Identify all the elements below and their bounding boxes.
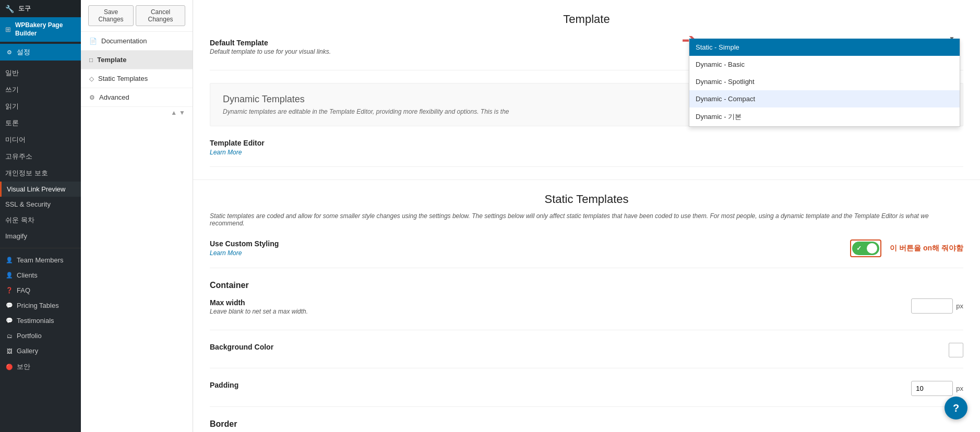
- sidebar-item-discussion[interactable]: 토론: [0, 115, 81, 131]
- sidebar-item-settings[interactable]: ⚙ 설정: [0, 44, 81, 61]
- static-label: Static Templates: [98, 75, 148, 82]
- static-templates-desc: Static templates are coded and allow for…: [210, 212, 963, 227]
- padding-control: px: [911, 381, 963, 396]
- padding-info: Padding: [210, 381, 903, 390]
- dropdown-option-4[interactable]: Dynamic - 기본: [689, 107, 960, 126]
- max-width-info: Max width Leave blank to net set a max w…: [210, 298, 903, 319]
- toggle-check-icon: ✓: [856, 245, 862, 252]
- help-button[interactable]: ?: [945, 397, 967, 419]
- max-width-label: Max width: [210, 298, 903, 307]
- scroll-up-arrow[interactable]: ▲: [171, 109, 177, 116]
- sidebar-item-clients[interactable]: 👤 Clients: [0, 268, 81, 283]
- sidebar-item-portfolio[interactable]: 🗂 Portfolio: [0, 328, 81, 343]
- main-inner: Template Default Template Default templa…: [193, 0, 980, 432]
- max-width-desc: Leave blank to net set a max width.: [210, 308, 903, 315]
- border-title: Border: [210, 419, 963, 429]
- custom-styling-toggle[interactable]: ✓: [852, 242, 879, 255]
- toggle-red-box: ✓: [850, 239, 881, 257]
- template-editor-learn-more[interactable]: Learn More: [210, 149, 242, 156]
- sidebar-item-imagify[interactable]: Imagify: [0, 229, 81, 244]
- bg-color-info: Background Color: [210, 343, 940, 352]
- sidebar-item-write[interactable]: 쓰기: [0, 81, 81, 98]
- privacy-label: 개인정보 보호: [5, 169, 48, 178]
- padding-input[interactable]: [911, 381, 953, 396]
- read-label: 읽기: [5, 102, 19, 111]
- sidebar-item-security[interactable]: 🔴 보안: [0, 358, 81, 375]
- testimonials-label: Testimonials: [17, 317, 54, 325]
- sidebar-item-faq[interactable]: ❓ FAQ: [0, 283, 81, 298]
- save-changes-button[interactable]: Save Changes: [88, 5, 134, 26]
- pricing-icon: 💬: [5, 302, 14, 309]
- doc-label: Documentation: [101, 37, 147, 45]
- max-width-control: px: [911, 298, 963, 314]
- scroll-arrows: ▲ ▼: [81, 107, 193, 118]
- custom-styling-info: Use Custom Styling Learn More: [210, 239, 842, 257]
- sidebar-brand-label: WPBakery Page Builder: [15, 21, 76, 38]
- template-icon: □: [89, 56, 93, 64]
- default-template-row: Default Template Default template to use…: [210, 39, 963, 70]
- sidebar-item-team-members[interactable]: 👤 Team Members: [0, 253, 81, 268]
- toggle-annotation-text: 이 버튼을 on해 줘야함: [890, 244, 963, 253]
- security-icon: 🔴: [5, 364, 14, 370]
- media-label: 미디어: [5, 135, 26, 145]
- sidebar-brand[interactable]: ⊞ WPBakery Page Builder: [0, 17, 81, 42]
- template-section-title: Template: [210, 13, 963, 26]
- permalink-label: 고유주소: [5, 152, 32, 161]
- default-template-desc: Default template to use for your visual …: [210, 48, 680, 55]
- max-width-input[interactable]: [911, 298, 953, 314]
- sidebar-item-toc[interactable]: 쉬운 목차: [0, 212, 81, 229]
- advanced-label: Advanced: [99, 93, 129, 101]
- toc-label: 쉬운 목차: [5, 215, 34, 225]
- bg-color-label: Background Color: [210, 343, 940, 351]
- tool-icon: 🔧: [5, 5, 14, 13]
- gallery-icon: 🖼: [5, 348, 14, 354]
- menu-section: 일반 쓰기 읽기 토론 미디어 고유주소 개인정보 보호 Visual Link…: [0, 63, 81, 246]
- settings-icon: ⚙: [5, 49, 14, 56]
- sidebar-item-permalink[interactable]: 고유주소: [0, 148, 81, 165]
- sidebar-item-general[interactable]: 일반: [0, 65, 81, 81]
- submenu-item-static-templates[interactable]: ◇ Static Templates: [81, 69, 193, 88]
- advanced-icon: ⚙: [89, 94, 95, 101]
- team-label: Team Members: [17, 256, 64, 264]
- sidebar-item-privacy[interactable]: 개인정보 보호: [0, 165, 81, 182]
- faq-label: FAQ: [17, 286, 30, 294]
- general-label: 일반: [5, 68, 19, 78]
- sidebar-divider: [0, 248, 81, 248]
- sidebar-item-visual-link[interactable]: Visual Link Preview ▶: [0, 182, 81, 197]
- submenu: Save Changes Cancel Changes 📄 Documentat…: [81, 0, 193, 432]
- max-width-unit: px: [956, 302, 963, 310]
- sidebar-item-read[interactable]: 읽기: [0, 98, 81, 115]
- dropdown-option-1[interactable]: Dynamic - Basic: [689, 56, 960, 73]
- brand-icon: ⊞: [5, 26, 11, 33]
- template-editor-info: Template Editor Learn More: [210, 139, 963, 156]
- dropdown-option-3[interactable]: Dynamic - Compact: [689, 90, 960, 107]
- cancel-changes-button[interactable]: Cancel Changes: [136, 5, 185, 26]
- bg-color-swatch[interactable]: [949, 343, 963, 357]
- discussion-label: 토론: [5, 118, 19, 128]
- padding-label: Padding: [210, 381, 903, 389]
- sidebar-item-pricing[interactable]: 💬 Pricing Tables: [0, 298, 81, 313]
- sidebar-item-ssl[interactable]: SSL & Security: [0, 197, 81, 212]
- submenu-item-template[interactable]: □ Template: [81, 51, 193, 69]
- portfolio-label: Portfolio: [17, 332, 42, 340]
- sidebar-item-testimonials[interactable]: 💬 Testimonials: [0, 313, 81, 328]
- plugin-section: 👤 Team Members 👤 Clients ❓ FAQ 💬 Pricing…: [0, 250, 81, 377]
- bg-color-control: [949, 343, 963, 357]
- scroll-down-arrow[interactable]: ▼: [179, 109, 185, 116]
- template-label: Template: [97, 56, 126, 64]
- clients-icon: 👤: [5, 272, 14, 279]
- sidebar-item-media[interactable]: 미디어: [0, 131, 81, 148]
- submenu-item-advanced[interactable]: ⚙ Advanced: [81, 88, 193, 107]
- custom-styling-learn-more[interactable]: Learn More: [210, 249, 242, 257]
- submenu-item-documentation[interactable]: 📄 Documentation: [81, 32, 193, 51]
- settings-section: ⚙ 설정: [0, 42, 81, 63]
- dropdown-option-0[interactable]: Static - Simple: [689, 39, 960, 56]
- dropdown-option-2[interactable]: Dynamic - Spotlight: [689, 73, 960, 90]
- background-color-row: Background Color: [210, 343, 963, 368]
- faq-icon: ❓: [5, 287, 14, 294]
- padding-row: Padding px: [210, 381, 963, 407]
- sidebar-tool-item[interactable]: 🔧 도구: [0, 0, 81, 17]
- sidebar: 🔧 도구 ⊞ WPBakery Page Builder ⚙ 설정 일반 쓰기 …: [0, 0, 81, 432]
- sidebar-item-gallery[interactable]: 🖼 Gallery: [0, 343, 81, 358]
- custom-styling-control: ✓ 이 버튼을 on해 줘야함: [850, 239, 963, 257]
